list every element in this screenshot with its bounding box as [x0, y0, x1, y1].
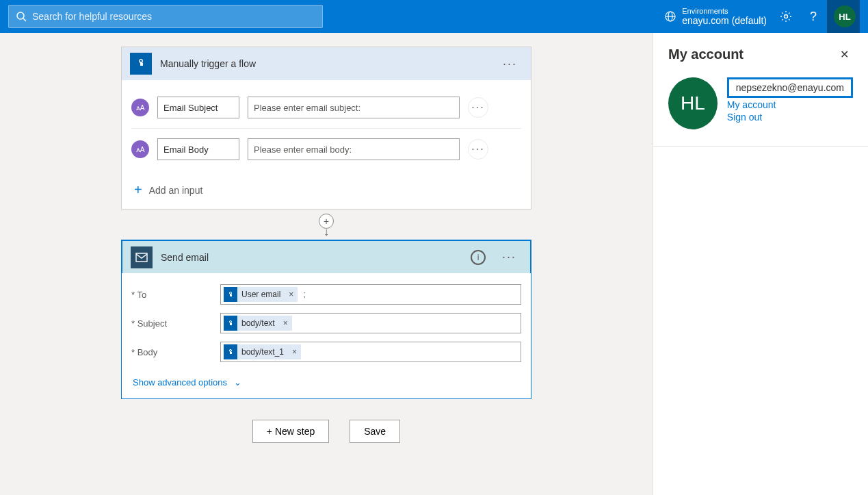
environment-value: enayu.com (default) — [682, 15, 767, 26]
svg-point-0 — [17, 12, 24, 19]
settings-button[interactable] — [772, 0, 800, 33]
svg-point-5 — [785, 15, 788, 18]
environment-label: Environments — [682, 7, 767, 15]
help-icon: ? — [810, 10, 817, 24]
search-box[interactable] — [8, 5, 323, 28]
search-icon — [16, 11, 27, 22]
environment-picker[interactable]: Environments enayu.com (default) — [659, 7, 772, 26]
help-button[interactable]: ? — [800, 0, 827, 33]
avatar: HL — [834, 5, 856, 27]
gear-icon — [780, 10, 792, 23]
svg-line-1 — [23, 18, 26, 21]
account-button[interactable]: HL — [827, 0, 860, 33]
globe-icon — [664, 10, 676, 23]
search-input[interactable] — [27, 10, 315, 23]
top-bar: Environments enayu.com (default) ? HL — [0, 0, 868, 33]
